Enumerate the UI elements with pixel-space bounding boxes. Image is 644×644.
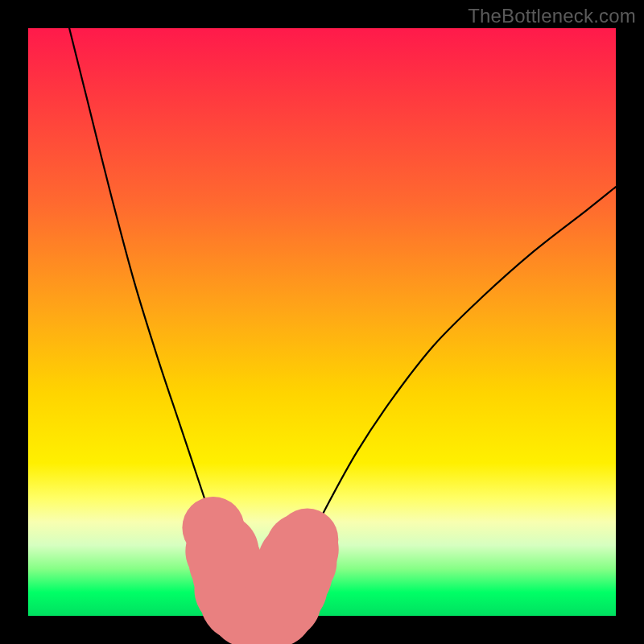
plot-area bbox=[28, 28, 616, 616]
highlight-dots-group bbox=[182, 497, 338, 644]
highlight-dot bbox=[276, 509, 338, 571]
watermark-text: TheBottleneck.com bbox=[468, 5, 636, 27]
chart-svg bbox=[28, 28, 616, 616]
chart-frame: TheBottleneck.com bbox=[0, 0, 644, 644]
